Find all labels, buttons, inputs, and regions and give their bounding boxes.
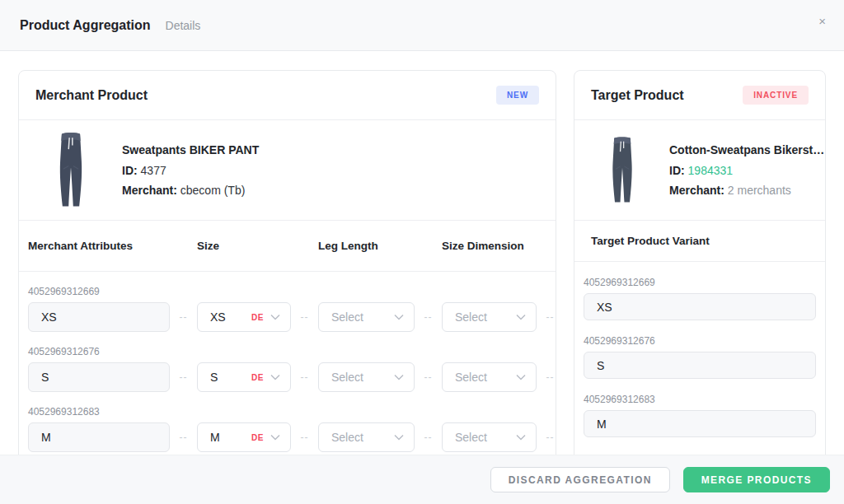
- page-title: Product Aggregation: [20, 18, 151, 33]
- mapping-dash: --: [415, 371, 442, 383]
- chevron-down-icon: [394, 374, 404, 380]
- mapping-dash: --: [291, 371, 318, 383]
- leg-length-dropdown[interactable]: Select: [318, 362, 415, 392]
- status-badge-inactive: INACTIVE: [743, 86, 809, 105]
- modal-header: Product Aggregation Details ×: [0, 0, 844, 51]
- chevron-down-icon: [270, 314, 280, 320]
- target-product-id-link[interactable]: 1984331: [688, 164, 734, 177]
- column-leg-length: Leg Length: [318, 240, 415, 252]
- locale-tag: DE: [251, 313, 264, 322]
- merchant-product-info: Sweatpants BIKER PANT ID: 4377 Merchant:…: [19, 120, 556, 221]
- mapping-dash: --: [537, 371, 556, 383]
- list-item: 4052969312683 M: [574, 379, 825, 437]
- merge-products-button[interactable]: MERGE PRODUCTS: [683, 467, 830, 492]
- target-product-name: Cotton-Sweatpans Bikerst…: [669, 144, 824, 156]
- merchant-product-image: [19, 131, 122, 210]
- mapping-dash: --: [415, 432, 442, 443]
- merchant-name: cbecom (Tb): [181, 184, 246, 197]
- ean-label: 4052969312676: [28, 346, 556, 357]
- target-product-info: Cotton-Sweatpans Bikerst… ID: 1984331 Me…: [574, 120, 825, 221]
- target-card-header: Target Product INACTIVE: [574, 71, 825, 120]
- mapping-dash: --: [170, 432, 197, 443]
- attribute-input[interactable]: [28, 362, 170, 392]
- status-badge-new: NEW: [496, 86, 539, 105]
- target-product-text: Cotton-Sweatpans Bikerst… ID: 1984331 Me…: [669, 144, 824, 196]
- modal-body: Merchant Product NEW Sweatpants BIKER PA…: [18, 70, 826, 455]
- target-card-title: Target Product: [591, 88, 684, 103]
- attributes-header-row: Merchant Attributes Size Leg Length Size…: [19, 221, 556, 272]
- ean-label: 4052969312676: [584, 335, 816, 347]
- merchant-product-merchant-line: Merchant: cbecom (Tb): [122, 184, 259, 196]
- attribute-input[interactable]: [28, 422, 170, 452]
- size-dropdown[interactable]: M DE: [197, 422, 291, 452]
- close-icon[interactable]: ×: [818, 15, 826, 27]
- mapping-dash: --: [537, 432, 556, 443]
- chevron-down-icon: [516, 374, 526, 380]
- column-size: Size: [197, 240, 291, 252]
- table-row: 4052969312683 -- M DE -- Select -- Selec…: [19, 392, 556, 452]
- locale-tag: DE: [251, 433, 264, 442]
- modal-footer: DISCARD AGGREGATION MERGE PRODUCTS: [0, 455, 844, 504]
- ean-label: 4052969312683: [584, 394, 816, 405]
- chevron-down-icon: [394, 434, 404, 441]
- size-dimension-dropdown[interactable]: Select: [442, 422, 537, 452]
- merchant-card-header: Merchant Product NEW: [19, 71, 556, 120]
- mapping-dash: --: [415, 311, 442, 323]
- variant-value-box: M: [584, 410, 816, 437]
- merchant-product-id-line: ID: 4377: [122, 165, 259, 176]
- size-dimension-dropdown[interactable]: Select: [442, 362, 537, 392]
- merchant-product-card: Merchant Product NEW Sweatpants BIKER PA…: [18, 70, 556, 455]
- sweatpants-image: [54, 131, 88, 210]
- ean-label: 4052969312683: [28, 406, 556, 418]
- id-label: ID:: [122, 164, 138, 177]
- target-product-card: Target Product INACTIVE Cotton-Sweatpans…: [574, 70, 826, 455]
- target-merchant-count: 2 merchants: [728, 184, 791, 197]
- discard-aggregation-button[interactable]: DISCARD AGGREGATION: [490, 467, 670, 492]
- mapping-dash: --: [170, 371, 197, 383]
- table-row: 4052969312669 -- XS DE -- Select -- Sele…: [19, 272, 556, 332]
- size-dropdown[interactable]: S DE: [197, 362, 291, 392]
- chevron-down-icon: [270, 434, 280, 441]
- id-label: ID:: [669, 164, 685, 177]
- ean-label: 4052969312669: [28, 286, 556, 297]
- variant-value-box: XS: [584, 293, 816, 320]
- ean-label: 4052969312669: [584, 277, 816, 288]
- target-product-id-line: ID: 1984331: [669, 165, 824, 176]
- mapping-dash: --: [537, 311, 556, 323]
- size-dropdown[interactable]: XS DE: [197, 302, 291, 332]
- mapping-dash: --: [170, 311, 197, 323]
- chevron-down-icon: [516, 434, 526, 441]
- table-row: 4052969312676 -- S DE -- Select -- Selec…: [19, 332, 556, 392]
- chevron-down-icon: [270, 374, 280, 380]
- leg-length-dropdown[interactable]: Select: [318, 302, 415, 332]
- merchant-card-title: Merchant Product: [35, 88, 148, 103]
- target-variant-header: Target Product Variant: [574, 221, 825, 262]
- chevron-down-icon: [516, 314, 526, 320]
- sweatpants-image: [607, 133, 637, 208]
- merchant-product-id: 4377: [141, 164, 166, 177]
- leg-length-dropdown[interactable]: Select: [318, 422, 415, 452]
- merchant-label: Merchant:: [122, 184, 177, 197]
- list-item: 4052969312676 S: [574, 320, 825, 379]
- attribute-input[interactable]: [28, 302, 170, 332]
- list-item: 4052969312669 XS: [574, 262, 825, 320]
- target-product-image: [574, 133, 669, 208]
- column-merchant-attributes: Merchant Attributes: [28, 240, 170, 252]
- column-size-dimension: Size Dimension: [442, 240, 537, 252]
- tab-details[interactable]: Details: [166, 19, 201, 32]
- mapping-dash: --: [291, 432, 318, 443]
- locale-tag: DE: [251, 373, 264, 382]
- merchant-product-text: Sweatpants BIKER PANT ID: 4377 Merchant:…: [122, 144, 259, 196]
- variant-value-box: S: [584, 352, 816, 379]
- merchant-label: Merchant:: [669, 184, 724, 197]
- mapping-dash: --: [291, 311, 318, 323]
- chevron-down-icon: [394, 314, 404, 320]
- merchant-product-name: Sweatpants BIKER PANT: [122, 144, 259, 156]
- target-product-merchant-line: Merchant: 2 merchants: [669, 184, 824, 196]
- size-dimension-dropdown[interactable]: Select: [442, 302, 537, 332]
